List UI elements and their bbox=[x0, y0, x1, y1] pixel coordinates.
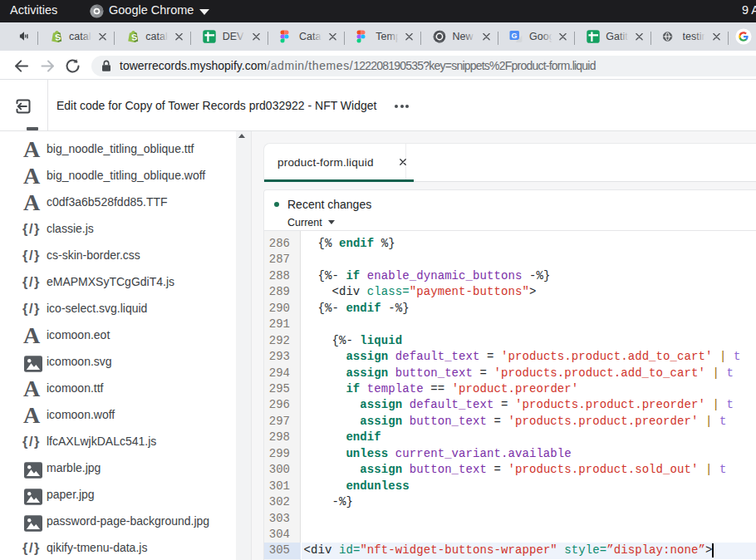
svg-text:S: S bbox=[54, 32, 61, 42]
svg-text:S: S bbox=[131, 32, 138, 42]
svg-text:G: G bbox=[512, 32, 518, 40]
